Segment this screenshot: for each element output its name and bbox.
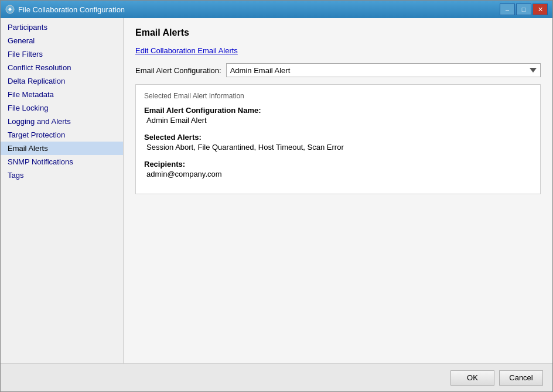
sidebar-item-conflict-resolution[interactable]: Conflict Resolution [1,61,123,74]
maximize-button[interactable]: □ [516,4,531,15]
page-title: Email Alerts [135,27,541,38]
info-section-recipients: Recipients: admin@company.com [144,160,532,178]
sidebar: ParticipantsGeneralFile FiltersConflict … [1,18,124,363]
minimize-button[interactable]: – [500,4,515,15]
sidebar-item-file-filters[interactable]: File Filters [1,47,123,61]
info-section-selected-alerts: Selected Alerts: Session Abort, File Qua… [144,133,532,152]
config-label: Email Alert Configuration: [135,66,221,75]
recipients-value: admin@company.com [144,170,532,178]
recipients-label: Recipients: [144,160,532,169]
info-panel: Selected Email Alert Information Email A… [135,84,541,194]
config-name-value: Admin Email Alert [144,116,532,125]
sidebar-item-email-alerts[interactable]: Email Alerts [1,142,123,155]
config-name-label: Email Alert Configuration Name: [144,106,532,115]
info-section-config-name: Email Alert Configuration Name: Admin Em… [144,106,532,125]
window-body: ParticipantsGeneralFile FiltersConflict … [1,18,552,363]
sidebar-item-file-locking[interactable]: File Locking [1,101,123,115]
window-title: File Collaboration Configuration [18,5,125,14]
title-bar-controls: – □ ✕ [500,4,548,15]
email-alert-config-select[interactable]: Admin Email Alert [226,63,541,77]
config-row: Email Alert Configuration: Admin Email A… [135,63,541,77]
title-bar: File Collaboration Configuration – □ ✕ [1,1,552,18]
sidebar-item-file-metadata[interactable]: File Metadata [1,88,123,101]
sidebar-item-delta-replication[interactable]: Delta Replication [1,74,123,88]
info-panel-title: Selected Email Alert Information [144,92,532,100]
sidebar-item-tags[interactable]: Tags [1,169,123,182]
title-bar-left: File Collaboration Configuration [5,5,125,14]
cancel-button[interactable]: Cancel [499,370,543,386]
edit-collaboration-link[interactable]: Edit Collaboration Email Alerts [135,46,238,55]
main-window: File Collaboration Configuration – □ ✕ P… [0,0,553,392]
content-area: Email Alerts Edit Collaboration Email Al… [124,18,552,363]
sidebar-item-snmp-notifications[interactable]: SNMP Notifications [1,155,123,169]
app-icon [5,5,15,14]
sidebar-item-participants[interactable]: Participants [1,20,123,34]
sidebar-item-target-protection[interactable]: Target Protection [1,128,123,142]
sidebar-item-logging-alerts[interactable]: Logging and Alerts [1,115,123,128]
close-button[interactable]: ✕ [532,4,548,15]
footer: OK Cancel [1,363,552,391]
selected-alerts-label: Selected Alerts: [144,133,532,142]
sidebar-item-general[interactable]: General [1,34,123,47]
ok-button[interactable]: OK [450,370,494,386]
selected-alerts-value: Session Abort, File Quarantined, Host Ti… [144,143,532,152]
